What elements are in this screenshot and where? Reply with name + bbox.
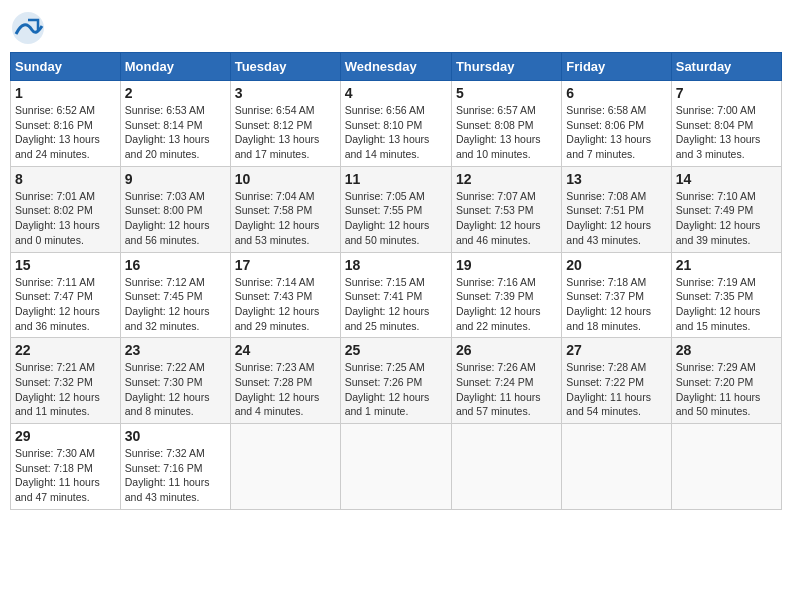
cell-info: Sunrise: 7:11 AMSunset: 7:47 PMDaylight:… xyxy=(15,276,100,332)
week-row-3: 15Sunrise: 7:11 AMSunset: 7:47 PMDayligh… xyxy=(11,252,782,338)
cal-cell: 3Sunrise: 6:54 AMSunset: 8:12 PMDaylight… xyxy=(230,81,340,167)
cell-info: Sunrise: 6:56 AMSunset: 8:10 PMDaylight:… xyxy=(345,104,430,160)
day-number: 20 xyxy=(566,257,666,273)
cal-cell: 9Sunrise: 7:03 AMSunset: 8:00 PMDaylight… xyxy=(120,166,230,252)
cal-cell xyxy=(562,424,671,510)
logo xyxy=(10,10,50,46)
day-number: 9 xyxy=(125,171,226,187)
day-number: 29 xyxy=(15,428,116,444)
cal-cell: 21Sunrise: 7:19 AMSunset: 7:35 PMDayligh… xyxy=(671,252,781,338)
cell-info: Sunrise: 7:23 AMSunset: 7:28 PMDaylight:… xyxy=(235,361,320,417)
day-number: 16 xyxy=(125,257,226,273)
cal-cell: 19Sunrise: 7:16 AMSunset: 7:39 PMDayligh… xyxy=(451,252,561,338)
col-header-thursday: Thursday xyxy=(451,53,561,81)
day-number: 13 xyxy=(566,171,666,187)
cal-cell: 14Sunrise: 7:10 AMSunset: 7:49 PMDayligh… xyxy=(671,166,781,252)
cal-cell: 10Sunrise: 7:04 AMSunset: 7:58 PMDayligh… xyxy=(230,166,340,252)
day-number: 7 xyxy=(676,85,777,101)
day-number: 22 xyxy=(15,342,116,358)
cal-cell: 8Sunrise: 7:01 AMSunset: 8:02 PMDaylight… xyxy=(11,166,121,252)
cal-cell: 15Sunrise: 7:11 AMSunset: 7:47 PMDayligh… xyxy=(11,252,121,338)
cell-info: Sunrise: 7:21 AMSunset: 7:32 PMDaylight:… xyxy=(15,361,100,417)
cell-info: Sunrise: 7:01 AMSunset: 8:02 PMDaylight:… xyxy=(15,190,100,246)
cal-cell xyxy=(340,424,451,510)
cell-info: Sunrise: 7:05 AMSunset: 7:55 PMDaylight:… xyxy=(345,190,430,246)
cal-cell: 7Sunrise: 7:00 AMSunset: 8:04 PMDaylight… xyxy=(671,81,781,167)
cal-cell: 24Sunrise: 7:23 AMSunset: 7:28 PMDayligh… xyxy=(230,338,340,424)
cell-info: Sunrise: 6:53 AMSunset: 8:14 PMDaylight:… xyxy=(125,104,210,160)
calendar-table: SundayMondayTuesdayWednesdayThursdayFrid… xyxy=(10,52,782,510)
day-number: 12 xyxy=(456,171,557,187)
cell-info: Sunrise: 7:04 AMSunset: 7:58 PMDaylight:… xyxy=(235,190,320,246)
day-number: 10 xyxy=(235,171,336,187)
cell-info: Sunrise: 7:28 AMSunset: 7:22 PMDaylight:… xyxy=(566,361,651,417)
cell-info: Sunrise: 6:52 AMSunset: 8:16 PMDaylight:… xyxy=(15,104,100,160)
cal-cell xyxy=(230,424,340,510)
cell-info: Sunrise: 7:32 AMSunset: 7:16 PMDaylight:… xyxy=(125,447,210,503)
cal-cell: 22Sunrise: 7:21 AMSunset: 7:32 PMDayligh… xyxy=(11,338,121,424)
cal-cell: 27Sunrise: 7:28 AMSunset: 7:22 PMDayligh… xyxy=(562,338,671,424)
week-row-1: 1Sunrise: 6:52 AMSunset: 8:16 PMDaylight… xyxy=(11,81,782,167)
cal-cell: 18Sunrise: 7:15 AMSunset: 7:41 PMDayligh… xyxy=(340,252,451,338)
day-number: 11 xyxy=(345,171,447,187)
cell-info: Sunrise: 6:57 AMSunset: 8:08 PMDaylight:… xyxy=(456,104,541,160)
cell-info: Sunrise: 7:30 AMSunset: 7:18 PMDaylight:… xyxy=(15,447,100,503)
week-row-5: 29Sunrise: 7:30 AMSunset: 7:18 PMDayligh… xyxy=(11,424,782,510)
cell-info: Sunrise: 7:15 AMSunset: 7:41 PMDaylight:… xyxy=(345,276,430,332)
day-number: 3 xyxy=(235,85,336,101)
cell-info: Sunrise: 7:14 AMSunset: 7:43 PMDaylight:… xyxy=(235,276,320,332)
cal-cell: 6Sunrise: 6:58 AMSunset: 8:06 PMDaylight… xyxy=(562,81,671,167)
day-number: 5 xyxy=(456,85,557,101)
cell-info: Sunrise: 7:10 AMSunset: 7:49 PMDaylight:… xyxy=(676,190,761,246)
cell-info: Sunrise: 7:19 AMSunset: 7:35 PMDaylight:… xyxy=(676,276,761,332)
day-number: 26 xyxy=(456,342,557,358)
cell-info: Sunrise: 6:58 AMSunset: 8:06 PMDaylight:… xyxy=(566,104,651,160)
page-header xyxy=(10,10,782,46)
day-number: 21 xyxy=(676,257,777,273)
day-number: 19 xyxy=(456,257,557,273)
day-number: 6 xyxy=(566,85,666,101)
cell-info: Sunrise: 7:18 AMSunset: 7:37 PMDaylight:… xyxy=(566,276,651,332)
cal-cell: 20Sunrise: 7:18 AMSunset: 7:37 PMDayligh… xyxy=(562,252,671,338)
col-header-friday: Friday xyxy=(562,53,671,81)
col-header-sunday: Sunday xyxy=(11,53,121,81)
day-number: 4 xyxy=(345,85,447,101)
day-number: 30 xyxy=(125,428,226,444)
col-header-wednesday: Wednesday xyxy=(340,53,451,81)
cal-cell: 2Sunrise: 6:53 AMSunset: 8:14 PMDaylight… xyxy=(120,81,230,167)
week-row-2: 8Sunrise: 7:01 AMSunset: 8:02 PMDaylight… xyxy=(11,166,782,252)
day-number: 8 xyxy=(15,171,116,187)
day-number: 2 xyxy=(125,85,226,101)
week-row-4: 22Sunrise: 7:21 AMSunset: 7:32 PMDayligh… xyxy=(11,338,782,424)
cal-cell xyxy=(671,424,781,510)
day-number: 17 xyxy=(235,257,336,273)
cell-info: Sunrise: 7:29 AMSunset: 7:20 PMDaylight:… xyxy=(676,361,761,417)
cal-cell: 28Sunrise: 7:29 AMSunset: 7:20 PMDayligh… xyxy=(671,338,781,424)
cal-cell: 30Sunrise: 7:32 AMSunset: 7:16 PMDayligh… xyxy=(120,424,230,510)
day-number: 27 xyxy=(566,342,666,358)
day-number: 18 xyxy=(345,257,447,273)
cell-info: Sunrise: 7:25 AMSunset: 7:26 PMDaylight:… xyxy=(345,361,430,417)
cal-cell: 1Sunrise: 6:52 AMSunset: 8:16 PMDaylight… xyxy=(11,81,121,167)
cell-info: Sunrise: 7:16 AMSunset: 7:39 PMDaylight:… xyxy=(456,276,541,332)
cal-cell: 4Sunrise: 6:56 AMSunset: 8:10 PMDaylight… xyxy=(340,81,451,167)
cell-info: Sunrise: 7:26 AMSunset: 7:24 PMDaylight:… xyxy=(456,361,541,417)
day-number: 24 xyxy=(235,342,336,358)
cell-info: Sunrise: 6:54 AMSunset: 8:12 PMDaylight:… xyxy=(235,104,320,160)
logo-icon xyxy=(10,10,46,46)
day-number: 28 xyxy=(676,342,777,358)
cal-cell: 29Sunrise: 7:30 AMSunset: 7:18 PMDayligh… xyxy=(11,424,121,510)
cal-cell: 12Sunrise: 7:07 AMSunset: 7:53 PMDayligh… xyxy=(451,166,561,252)
day-number: 14 xyxy=(676,171,777,187)
cell-info: Sunrise: 7:08 AMSunset: 7:51 PMDaylight:… xyxy=(566,190,651,246)
cell-info: Sunrise: 7:22 AMSunset: 7:30 PMDaylight:… xyxy=(125,361,210,417)
cell-info: Sunrise: 7:12 AMSunset: 7:45 PMDaylight:… xyxy=(125,276,210,332)
cell-info: Sunrise: 7:00 AMSunset: 8:04 PMDaylight:… xyxy=(676,104,761,160)
col-header-saturday: Saturday xyxy=(671,53,781,81)
col-header-tuesday: Tuesday xyxy=(230,53,340,81)
col-header-monday: Monday xyxy=(120,53,230,81)
cal-cell: 13Sunrise: 7:08 AMSunset: 7:51 PMDayligh… xyxy=(562,166,671,252)
cal-cell xyxy=(451,424,561,510)
cal-cell: 26Sunrise: 7:26 AMSunset: 7:24 PMDayligh… xyxy=(451,338,561,424)
cell-info: Sunrise: 7:07 AMSunset: 7:53 PMDaylight:… xyxy=(456,190,541,246)
